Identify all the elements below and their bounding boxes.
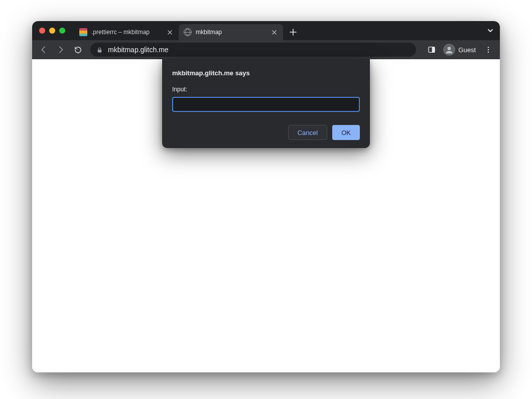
- dialog-buttons: Cancel OK: [172, 125, 360, 140]
- svg-rect-0: [98, 49, 102, 52]
- ok-button[interactable]: OK: [332, 125, 360, 140]
- cancel-button[interactable]: Cancel: [288, 125, 327, 140]
- new-tab-button[interactable]: [286, 25, 300, 39]
- close-tab-button[interactable]: [166, 28, 174, 36]
- window-dropdown-button[interactable]: [487, 27, 494, 34]
- back-button[interactable]: [36, 42, 51, 57]
- reload-button[interactable]: [70, 42, 85, 57]
- dialog-title: mkbitmap.glitch.me says: [172, 69, 360, 77]
- side-panel-button[interactable]: [424, 42, 439, 57]
- address-bar[interactable]: mkbitmap.glitch.me: [90, 43, 416, 57]
- maximize-window-button[interactable]: [59, 28, 65, 34]
- svg-point-5: [488, 49, 489, 50]
- svg-point-3: [448, 47, 451, 50]
- tab-mkbitmap[interactable]: mkbitmap: [179, 24, 283, 40]
- toolbar-right: Guest: [421, 42, 496, 57]
- svg-rect-2: [432, 47, 435, 53]
- kebab-menu-button[interactable]: [481, 42, 496, 57]
- forward-button[interactable]: [53, 42, 68, 57]
- titlebar: .prettierrc – mkbitmap mkbitmap: [32, 21, 500, 40]
- browser-window: .prettierrc – mkbitmap mkbitmap: [32, 21, 500, 372]
- globe-icon: [184, 28, 192, 36]
- window-controls: [39, 28, 65, 34]
- avatar-icon: [443, 44, 455, 56]
- toolbar: mkbitmap.glitch.me Guest: [32, 40, 500, 59]
- tab-prettierrc[interactable]: .prettierrc – mkbitmap: [74, 24, 179, 40]
- close-tab-button[interactable]: [270, 28, 278, 36]
- favicon-icon: [79, 28, 87, 36]
- close-window-button[interactable]: [39, 28, 45, 34]
- tab-strip: .prettierrc – mkbitmap mkbitmap: [74, 21, 300, 40]
- address-url: mkbitmap.glitch.me: [108, 46, 169, 54]
- javascript-prompt-dialog: mkbitmap.glitch.me says Input: Cancel OK: [162, 59, 370, 148]
- tab-title: .prettierrc – mkbitmap: [91, 29, 150, 36]
- prompt-input[interactable]: [172, 97, 360, 112]
- minimize-window-button[interactable]: [49, 28, 55, 34]
- tab-title: mkbitmap: [196, 29, 222, 36]
- svg-point-4: [488, 47, 489, 48]
- dialog-label: Input:: [172, 86, 360, 93]
- lock-icon: [96, 47, 103, 53]
- profile-button[interactable]: Guest: [442, 43, 478, 57]
- profile-label: Guest: [458, 46, 476, 54]
- svg-point-6: [488, 51, 489, 52]
